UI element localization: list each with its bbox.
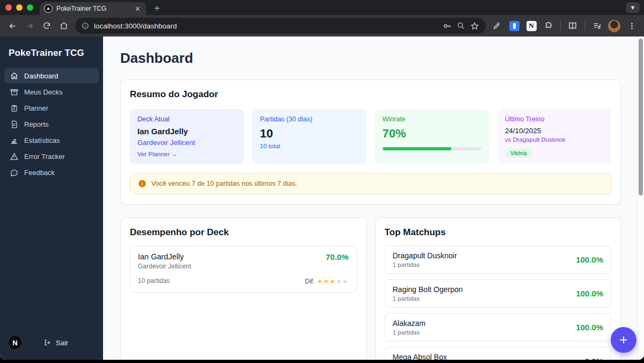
logout-button[interactable]: Sair <box>44 339 68 347</box>
blue-extension-icon[interactable] <box>506 18 522 34</box>
sidebar-item-reports[interactable]: Reports <box>4 117 99 132</box>
url-text: localhost:3000/dashboard <box>94 22 177 30</box>
deck-box-icon <box>10 88 18 96</box>
matchup-name: Dragapult Dusknoir <box>393 251 457 260</box>
matchup-row[interactable]: Dragapult Dusknoir 1 partidas 100.0% <box>385 245 612 274</box>
deck-item-name: Ian GardJelly <box>138 252 191 261</box>
sidebar-item-label: Reports <box>24 120 49 128</box>
tab-favicon-icon: ▲ <box>44 4 53 13</box>
last-training-date: 24/10/2025 <box>505 127 604 135</box>
alert-text: Você venceu 7 de 10 partidas nos últimos… <box>151 180 297 187</box>
passwords-key-icon[interactable] <box>443 21 452 31</box>
deck-item-winrate: 70.0% <box>326 252 349 270</box>
sidebar-item-feedback[interactable]: Feedback <box>4 165 99 180</box>
minimize-window-button[interactable] <box>16 4 23 11</box>
tab-title: PokeTrainer TCG <box>56 5 130 12</box>
sidebar-item-estatisticas[interactable]: Estatísticas <box>4 133 99 148</box>
sidebar-item-label: Estatísticas <box>24 136 60 144</box>
matches-stat-card: Partidas (30 dias) 10 10 total <box>252 109 366 164</box>
warning-triangle-icon <box>10 153 18 161</box>
player-summary-card: Resumo do Jogador Deck Atual Ian GardJel… <box>120 79 621 205</box>
tab-close-icon[interactable]: ✕ <box>134 5 142 13</box>
browser-tab[interactable]: ▲ PokeTrainer TCG ✕ <box>40 2 146 15</box>
document-icon <box>10 120 18 128</box>
browser-menu-dots-icon[interactable] <box>624 18 640 34</box>
bottom-row: Desempenho por Deck Ian GardJelly Gardev… <box>120 217 621 360</box>
matchup-name: Alakazam <box>393 319 426 328</box>
address-bar[interactable]: localhost:3000/dashboard <box>75 18 486 34</box>
deck-item-matches: 10 partidas <box>138 277 170 285</box>
sidebar-item-meus-decks[interactable]: Meus Decks <box>4 84 99 99</box>
main-content: Dashboard Resumo do Jogador Deck Atual I… <box>103 37 637 360</box>
reload-icon[interactable] <box>39 18 55 34</box>
add-button[interactable] <box>611 327 636 353</box>
browser-profile-avatar[interactable] <box>608 20 620 32</box>
summary-stats-row: Deck Atual Ian GardJelly Gardevoir Jelli… <box>130 109 611 164</box>
bar-chart-icon <box>10 136 18 144</box>
new-tab-button[interactable]: ＋ <box>152 2 162 14</box>
reading-list-book-icon[interactable] <box>565 18 581 34</box>
sidebar-item-label: Feedback <box>24 169 55 177</box>
top-matchups-card: Top Matchups Dragapult Dusknoir 1 partid… <box>375 217 621 360</box>
sidebar-item-label: Meus Decks <box>24 88 63 96</box>
last-training-opponent: vs Dragapult Dusknoir <box>505 136 604 143</box>
sidebar-item-label: Dashboard <box>24 72 58 80</box>
sidebar: PokeTrainer TCG Dashboard Meus Decks Pla… <box>0 37 103 360</box>
difficulty-stars-empty-icon: ★★ <box>336 278 349 285</box>
sidebar-footer: N Sair <box>0 329 103 360</box>
close-window-button[interactable] <box>5 4 12 11</box>
matchup-matches: 1 partidas <box>393 295 463 302</box>
matches-value: 10 <box>260 127 358 141</box>
winrate-progress-track <box>383 147 481 150</box>
home-toolbar-icon[interactable] <box>56 18 72 34</box>
winrate-progress-fill <box>383 147 452 150</box>
traffic-lights <box>0 4 40 11</box>
scrollbar-thumb[interactable] <box>639 39 643 195</box>
chat-bubble-icon <box>10 169 18 177</box>
deck-performance-item[interactable]: Ian GardJelly Gardevoir Jellicent 70.0% … <box>130 245 357 293</box>
notion-extension-icon[interactable]: N <box>523 18 539 34</box>
sidebar-item-label: Error Tracker <box>24 153 65 161</box>
extensions-puzzle-icon[interactable] <box>540 18 557 34</box>
matches-total: 10 total <box>260 143 358 149</box>
sidebar-item-error-tracker[interactable]: Error Tracker <box>4 149 99 164</box>
maximize-window-button[interactable] <box>27 4 33 11</box>
bookmark-star-icon[interactable] <box>470 21 479 31</box>
matchup-name: Raging Bolt Ogerpon <box>393 285 463 294</box>
winrate-value: 70% <box>383 127 481 141</box>
user-avatar[interactable]: N <box>8 335 23 350</box>
matchup-row[interactable]: Raging Bolt Ogerpon 1 partidas 100.0% <box>385 279 612 308</box>
stat-label: Último Treino <box>505 115 604 123</box>
sidebar-item-label: Planner <box>24 104 48 112</box>
view-planner-link[interactable]: Ver Planner → <box>137 151 236 157</box>
last-training-stat-card: Último Treino 24/10/2025 vs Dragapult Du… <box>497 109 611 164</box>
site-info-icon[interactable] <box>82 22 89 30</box>
matchup-row[interactable]: Alakazam 1 partidas 100.0% <box>385 313 612 342</box>
forward-icon[interactable] <box>21 18 38 34</box>
tab-groups-list-icon[interactable] <box>589 18 605 34</box>
deck-performance-card: Desempenho por Deck Ian GardJelly Gardev… <box>120 217 367 360</box>
main-area: Dashboard Resumo do Jogador Deck Atual I… <box>103 37 644 360</box>
matchup-row[interactable]: Mega Absol Box 1 partidas 0.0% <box>385 347 612 360</box>
home-icon <box>10 72 18 80</box>
info-icon <box>138 179 147 188</box>
clipboard-icon <box>10 104 18 112</box>
matchup-winrate: 0.0% <box>585 357 603 360</box>
matchup-name: Mega Absol Box <box>393 353 447 360</box>
stat-label: Deck Atual <box>137 115 236 123</box>
sidebar-item-planner[interactable]: Planner <box>4 100 99 115</box>
back-icon[interactable] <box>4 18 20 34</box>
zoom-icon[interactable] <box>457 21 465 30</box>
matchup-matches: 1 partidas <box>393 329 426 336</box>
matchup-winrate: 100.0% <box>576 289 603 298</box>
difficulty-label: Dif: <box>305 278 314 285</box>
tab-search-chevron-icon[interactable]: ▼ <box>626 2 640 13</box>
matchup-list: Dragapult Dusknoir 1 partidas 100.0% Rag… <box>385 245 612 360</box>
current-deck-stat-card: Deck Atual Ian GardJelly Gardevoir Jelli… <box>130 109 244 164</box>
sidebar-item-dashboard[interactable]: Dashboard <box>4 68 99 83</box>
eyedropper-extension-icon[interactable] <box>489 18 505 34</box>
difficulty-stars-filled-icon: ★★★ <box>317 278 336 285</box>
page-scrollbar[interactable] <box>637 37 644 360</box>
matchup-winrate: 100.0% <box>576 255 603 264</box>
browser-toolbar: localhost:3000/dashboard N <box>0 15 644 37</box>
